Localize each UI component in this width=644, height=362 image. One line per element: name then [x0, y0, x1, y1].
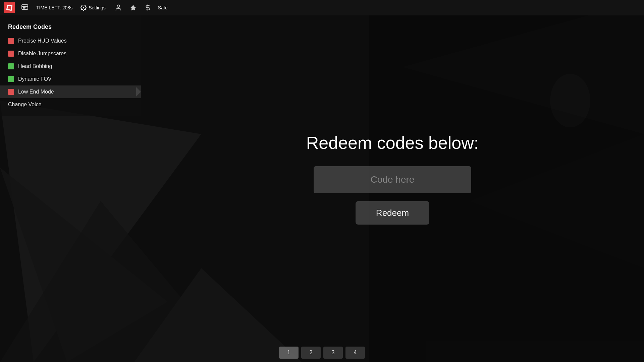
svg-rect-10 [7, 6, 11, 10]
main-content: Redeem codes below: Redeem [141, 15, 644, 362]
sidebar-item-dynamic-fov[interactable]: Dynamic FOV [0, 73, 141, 85]
roblox-logo [4, 2, 15, 13]
redeem-title: Redeem codes below: [306, 133, 479, 153]
low-end-mode-status-dot [8, 89, 14, 95]
disable-jumpscares-label: Disable Jumpscares [18, 51, 66, 57]
sidebar-title[interactable]: Redeem Codes [0, 21, 141, 35]
disable-jumpscares-status-dot [8, 51, 14, 57]
settings-label: Settings [89, 5, 106, 10]
sidebar-item-precise-hud[interactable]: Precise HUD Values [0, 35, 141, 47]
star-icon[interactable] [128, 3, 138, 12]
page-button-2[interactable]: 2 [301, 347, 321, 359]
precise-hud-label: Precise HUD Values [18, 38, 67, 44]
settings-button[interactable]: Settings [78, 3, 108, 12]
top-bar: TIME LEFT: 208s Settings Safe [0, 0, 644, 15]
sidebar-item-head-bobbing[interactable]: Head Bobbing [0, 60, 141, 73]
change-voice-label: Change Voice [8, 102, 42, 108]
time-left-label: TIME LEFT: 208s [36, 5, 72, 10]
head-bobbing-label: Head Bobbing [18, 63, 52, 69]
sidebar: Redeem Codes Precise HUD Values Disable … [0, 15, 141, 116]
sidebar-item-disable-jumpscares[interactable]: Disable Jumpscares [0, 47, 141, 60]
person-icon[interactable] [114, 3, 123, 12]
active-item-arrow [136, 87, 141, 97]
page-button-1[interactable]: 1 [279, 347, 299, 359]
safe-badge: Safe [158, 5, 168, 10]
svg-point-15 [117, 5, 119, 7]
page-button-3[interactable]: 3 [323, 347, 343, 359]
code-input[interactable] [314, 166, 471, 193]
low-end-mode-label: Low End Mode [18, 89, 54, 95]
chat-icon[interactable] [20, 3, 30, 12]
pagination-bar: 1 2 3 4 [279, 347, 365, 359]
dynamic-fov-status-dot [8, 76, 14, 82]
dollar-icon[interactable] [143, 3, 153, 12]
sidebar-item-change-voice[interactable]: Change Voice [0, 98, 141, 111]
redeem-button-label: Redeem [376, 208, 409, 218]
sidebar-item-low-end-mode[interactable]: Low End Mode [0, 85, 141, 98]
page-button-4[interactable]: 4 [345, 347, 365, 359]
redeem-button[interactable]: Redeem [356, 201, 429, 225]
dynamic-fov-label: Dynamic FOV [18, 76, 52, 82]
gear-icon [80, 5, 87, 11]
head-bobbing-status-dot [8, 63, 14, 69]
precise-hud-status-dot [8, 38, 14, 44]
